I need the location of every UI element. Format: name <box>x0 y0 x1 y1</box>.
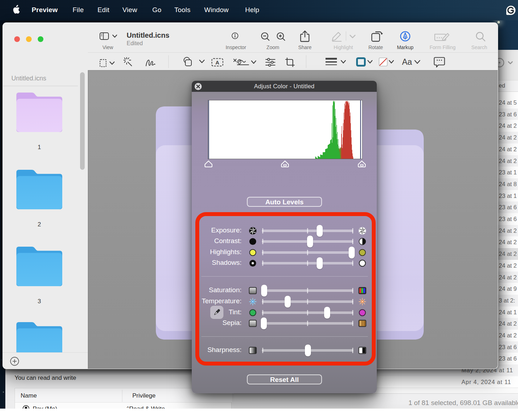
svg-text:A: A <box>216 59 220 65</box>
